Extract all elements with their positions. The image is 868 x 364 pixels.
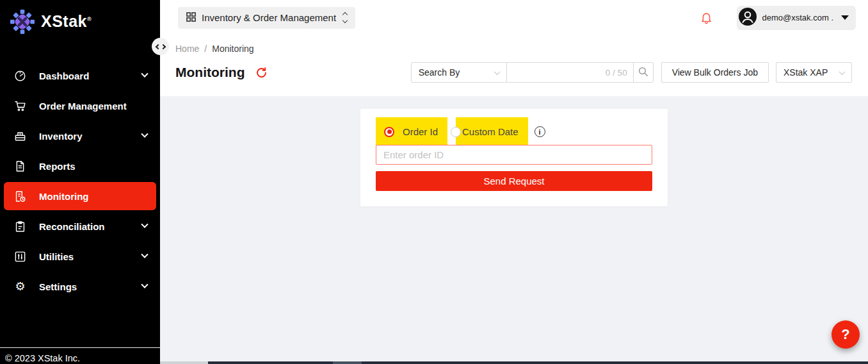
topbar: Inventory & Order Management demo@xstak.… xyxy=(160,0,868,35)
caret-down-icon xyxy=(841,15,849,20)
breadcrumb-home[interactable]: Home xyxy=(175,44,199,54)
order-id-input[interactable] xyxy=(376,145,652,165)
radio-selected-icon[interactable] xyxy=(384,127,394,137)
sidebar-item-label: Order Management xyxy=(39,101,147,112)
radio-option-custom-date[interactable]: Custom Date xyxy=(456,117,528,146)
grid-icon xyxy=(186,12,196,24)
content-area: Order Id Custom Date i Send Request xyxy=(160,96,868,364)
sidebar-item-monitoring[interactable]: Monitoring xyxy=(4,182,156,210)
scrollbar-thumb[interactable] xyxy=(333,361,362,364)
search-input-wrap: 0 / 50 xyxy=(507,62,634,83)
toolbar: Search By 0 / 50 View Bulk Orders Job xyxy=(411,62,852,83)
refresh-icon[interactable] xyxy=(255,67,268,79)
sidebar-item-dashboard[interactable]: Dashboard xyxy=(4,62,156,90)
sidebar-item-utilities[interactable]: Utilities xyxy=(4,242,156,270)
user-menu[interactable]: demo@xstak.com . xyxy=(737,6,856,30)
registered-mark: ® xyxy=(87,16,92,22)
sidebar-item-label: Reconciliation xyxy=(39,221,142,232)
report-icon xyxy=(14,160,26,172)
search-by-value: Search By xyxy=(419,67,460,78)
app-switcher-label: Inventory & Order Management xyxy=(202,12,336,23)
radio-label: Order Id xyxy=(403,126,438,137)
chevron-down-icon xyxy=(141,131,148,138)
logo-text: XStak® xyxy=(41,12,92,31)
cart-icon xyxy=(14,100,26,112)
search-by-select[interactable]: Search By xyxy=(411,62,507,83)
scrollbar-track[interactable] xyxy=(208,361,868,364)
chevron-down-icon xyxy=(141,221,148,228)
chevron-down-icon xyxy=(494,69,500,75)
topbar-right: demo@xstak.com . xyxy=(700,6,856,30)
radio-option-order-id[interactable]: Order Id xyxy=(376,117,447,146)
sidebar-item-reconciliation[interactable]: Reconciliation xyxy=(4,212,156,240)
chevron-right-icon xyxy=(160,44,165,49)
breadcrumb-separator: / xyxy=(204,44,207,54)
chevron-down-icon xyxy=(839,69,846,75)
monitoring-form-card: Order Id Custom Date i Send Request xyxy=(360,109,668,206)
clipboard-icon xyxy=(14,220,26,233)
breadcrumb-current: Monitoring xyxy=(212,44,253,54)
search-icon xyxy=(638,66,648,79)
view-bulk-orders-job-button[interactable]: View Bulk Orders Job xyxy=(661,62,769,83)
sidebar-item-label: Utilities xyxy=(39,251,142,262)
sidebar-item-label: Inventory xyxy=(39,131,142,142)
avatar xyxy=(739,8,757,28)
radio-unselected-icon[interactable] xyxy=(451,127,461,137)
gauge-icon xyxy=(14,70,26,82)
search-button[interactable] xyxy=(634,62,654,83)
xstak-logo-icon xyxy=(10,10,35,37)
sidebar-item-label: Reports xyxy=(39,161,147,172)
monitor-doc-icon xyxy=(14,190,26,203)
xap-select-value: XStak XAP xyxy=(784,67,828,78)
app-root: XStak® Dashboard Order Management xyxy=(0,0,868,364)
main-area: Inventory & Order Management demo@xstak.… xyxy=(160,0,868,364)
chevron-down-icon xyxy=(141,281,148,288)
updown-chevrons-icon xyxy=(343,13,347,22)
sidebar-collapse-toggle[interactable] xyxy=(152,38,169,55)
help-button[interactable]: ? xyxy=(832,320,860,349)
sidebar-footer: © 2023 XStak Inc. xyxy=(0,347,160,364)
page-header: Home / Monitoring Monitoring Search By xyxy=(160,35,868,96)
sidebar-item-label: Settings xyxy=(39,281,142,292)
logo[interactable]: XStak® xyxy=(0,0,160,45)
sidebar-item-label: Monitoring xyxy=(39,191,147,202)
sidebar-item-inventory[interactable]: Inventory xyxy=(4,122,156,150)
sidebar-item-label: Dashboard xyxy=(39,70,142,81)
info-icon[interactable]: i xyxy=(534,126,545,137)
sidebar-nav: Dashboard Order Management Inventory xyxy=(0,62,160,301)
sidebar: XStak® Dashboard Order Management xyxy=(0,0,160,364)
chevron-down-icon xyxy=(141,70,148,78)
radio-label: Custom Date xyxy=(462,126,518,137)
radio-group: Order Id Custom Date i xyxy=(376,117,652,146)
char-counter: 0 / 50 xyxy=(606,68,627,78)
xap-select[interactable]: XStak XAP xyxy=(776,62,852,83)
register-icon xyxy=(14,130,26,142)
user-email: demo@xstak.com . xyxy=(762,13,833,22)
breadcrumb: Home / Monitoring xyxy=(175,44,852,54)
gear-icon: ⚙ xyxy=(14,281,26,293)
sliders-icon xyxy=(14,251,26,263)
send-request-button[interactable]: Send Request xyxy=(376,171,652,191)
sidebar-item-settings[interactable]: ⚙ Settings xyxy=(4,272,156,301)
app-switcher[interactable]: Inventory & Order Management xyxy=(178,7,355,29)
title-row: Monitoring Search By 0 / 50 xyxy=(175,62,852,83)
notification-bell-icon[interactable] xyxy=(700,11,713,24)
search-input[interactable] xyxy=(513,67,606,78)
sidebar-item-reports[interactable]: Reports xyxy=(4,152,156,180)
page-title: Monitoring xyxy=(175,65,245,80)
horizontal-scrollbar[interactable] xyxy=(160,361,868,364)
chevron-down-icon xyxy=(141,251,148,258)
sidebar-item-order-management[interactable]: Order Management xyxy=(4,92,156,120)
